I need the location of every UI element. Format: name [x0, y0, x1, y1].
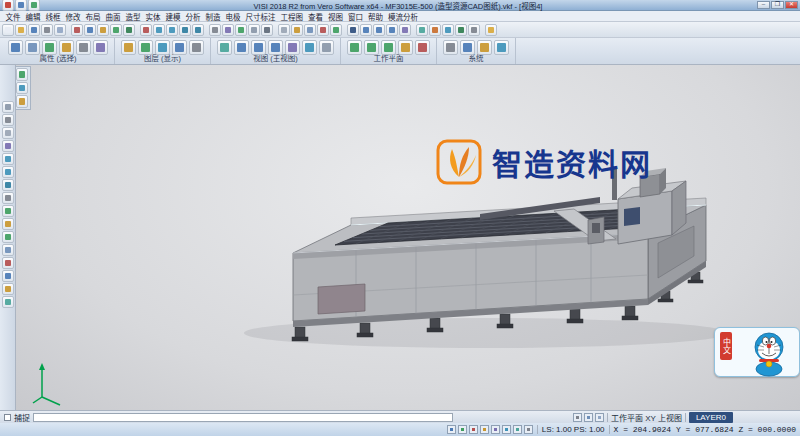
solid-tool-icon[interactable] — [429, 24, 441, 36]
delete-icon[interactable] — [140, 24, 152, 36]
layer-manager-icon[interactable] — [291, 24, 303, 36]
paste-icon[interactable] — [97, 24, 109, 36]
layer-visibility-icon[interactable] — [138, 40, 153, 55]
layers-panel-icon[interactable] — [2, 218, 14, 230]
zoom-out-icon[interactable] — [166, 24, 178, 36]
rail-zoom-all-icon[interactable] — [2, 179, 14, 191]
select-color-icon[interactable] — [59, 40, 74, 55]
system-settings-icon[interactable] — [443, 40, 458, 55]
rail-pan-icon[interactable] — [2, 192, 14, 204]
new-file-icon[interactable] — [2, 24, 14, 36]
menu-item-工程图[interactable]: 工程图 — [278, 11, 306, 22]
rail-zoom-in-icon[interactable] — [2, 153, 14, 165]
quick-save-icon[interactable] — [15, 0, 27, 11]
hidden-line-mode-icon[interactable] — [2, 127, 14, 139]
undo-icon[interactable] — [110, 24, 122, 36]
pick-solid-icon[interactable] — [16, 82, 28, 95]
menu-item-曲面[interactable]: 曲面 — [103, 11, 123, 22]
menu-item-分析[interactable]: 分析 — [183, 11, 203, 22]
workplane-icon[interactable] — [330, 24, 342, 36]
snap-midpoint-icon[interactable] — [458, 425, 467, 434]
point-tool-icon[interactable] — [347, 24, 359, 36]
rotate-view-icon[interactable] — [222, 24, 234, 36]
zoom-window-icon[interactable] — [179, 24, 191, 36]
dimension-tool-icon[interactable] — [455, 24, 467, 36]
snap-quadrant-icon[interactable] — [480, 425, 489, 434]
wireframe-view-icon[interactable] — [261, 24, 273, 36]
pan-icon[interactable] — [209, 24, 221, 36]
measure-icon[interactable] — [2, 270, 14, 282]
cut-icon[interactable] — [71, 24, 83, 36]
close-button[interactable]: ✕ — [785, 1, 798, 9]
view-rotate-icon[interactable] — [285, 40, 300, 55]
menu-item-文件[interactable]: 文件 — [3, 11, 23, 22]
menu-item-制造[interactable]: 制造 — [203, 11, 223, 22]
maximize-button[interactable]: ❐ — [771, 1, 784, 9]
view-iso-icon[interactable] — [217, 40, 232, 55]
surface-tool-icon[interactable] — [416, 24, 428, 36]
select-arrow-icon[interactable] — [8, 40, 23, 55]
save-file-icon[interactable] — [28, 24, 40, 36]
snap-toggle-icon[interactable] — [317, 24, 329, 36]
grid-icon[interactable] — [2, 244, 14, 256]
shade-mode-icon[interactable] — [2, 101, 14, 113]
snap-grid-icon[interactable] — [524, 425, 533, 434]
snap-checkbox[interactable] — [4, 414, 11, 421]
machine-3d-model[interactable] — [16, 65, 800, 410]
menu-item-修改[interactable]: 修改 — [63, 11, 83, 22]
viewport-3d[interactable]: 智造资料网 中文 — [16, 65, 800, 410]
menu-item-帮助[interactable]: 帮助 — [366, 11, 386, 22]
line-tool-icon[interactable] — [360, 24, 372, 36]
menu-item-建模[interactable]: 建模 — [163, 11, 183, 22]
menu-item-模流分析[interactable]: 模流分析 — [386, 11, 421, 22]
rotate-3d-icon[interactable] — [2, 140, 14, 152]
menu-item-线框[interactable]: 线框 — [43, 11, 63, 22]
snap-endpoint-icon[interactable] — [447, 425, 456, 434]
rail-zoom-out-icon[interactable] — [2, 166, 14, 178]
match-properties-icon[interactable] — [93, 40, 108, 55]
ortho-toggle-icon[interactable] — [573, 413, 582, 422]
view-front-icon[interactable] — [251, 40, 266, 55]
view-zoom-fit-icon[interactable] — [302, 40, 317, 55]
calculator-icon[interactable] — [468, 24, 480, 36]
zoom-in-icon[interactable] — [153, 24, 165, 36]
menu-item-电极[interactable]: 电极 — [223, 11, 243, 22]
layer-freeze-icon[interactable] — [155, 40, 170, 55]
system-info-icon[interactable] — [494, 40, 509, 55]
shaded-view-icon[interactable] — [248, 24, 260, 36]
hidden-line-icon[interactable] — [278, 24, 290, 36]
system-database-icon[interactable] — [460, 40, 475, 55]
view-top-icon[interactable] — [234, 40, 249, 55]
menu-item-查看[interactable]: 查看 — [306, 11, 326, 22]
workplane-yz-icon[interactable] — [381, 40, 396, 55]
print-icon[interactable] — [41, 24, 53, 36]
measure-tool-icon[interactable] — [442, 24, 454, 36]
wireframe-mode-icon[interactable] — [2, 114, 14, 126]
snap-tangent-icon[interactable] — [513, 425, 522, 434]
layer-new-icon[interactable] — [172, 40, 187, 55]
menu-item-编辑[interactable]: 编辑 — [23, 11, 43, 22]
polar-toggle-icon[interactable] — [584, 413, 593, 422]
select-window-icon[interactable] — [25, 40, 40, 55]
select-chain-icon[interactable] — [42, 40, 57, 55]
menu-item-实体[interactable]: 实体 — [143, 11, 163, 22]
layer-list-icon[interactable] — [121, 40, 136, 55]
view-shade-icon[interactable] — [319, 40, 334, 55]
pick-all-icon[interactable] — [16, 95, 28, 108]
workplane-xz-icon[interactable] — [364, 40, 379, 55]
print-preview-icon[interactable] — [54, 24, 66, 36]
redo-icon[interactable] — [123, 24, 135, 36]
workplane-3point-icon[interactable] — [398, 40, 413, 55]
workplane-reset-icon[interactable] — [415, 40, 430, 55]
properties-icon[interactable] — [76, 40, 91, 55]
menu-item-布局[interactable]: 布局 — [83, 11, 103, 22]
grid-toggle-icon[interactable] — [304, 24, 316, 36]
minimize-button[interactable]: – — [757, 1, 770, 9]
copy-icon[interactable] — [84, 24, 96, 36]
menu-item-尺寸标注[interactable]: 尺寸标注 — [243, 11, 278, 22]
command-input[interactable] — [33, 413, 453, 422]
help-icon[interactable] — [485, 24, 497, 36]
pick-line-icon[interactable] — [16, 68, 28, 81]
menu-item-窗口[interactable]: 窗口 — [346, 11, 366, 22]
curve-tool-icon[interactable] — [399, 24, 411, 36]
